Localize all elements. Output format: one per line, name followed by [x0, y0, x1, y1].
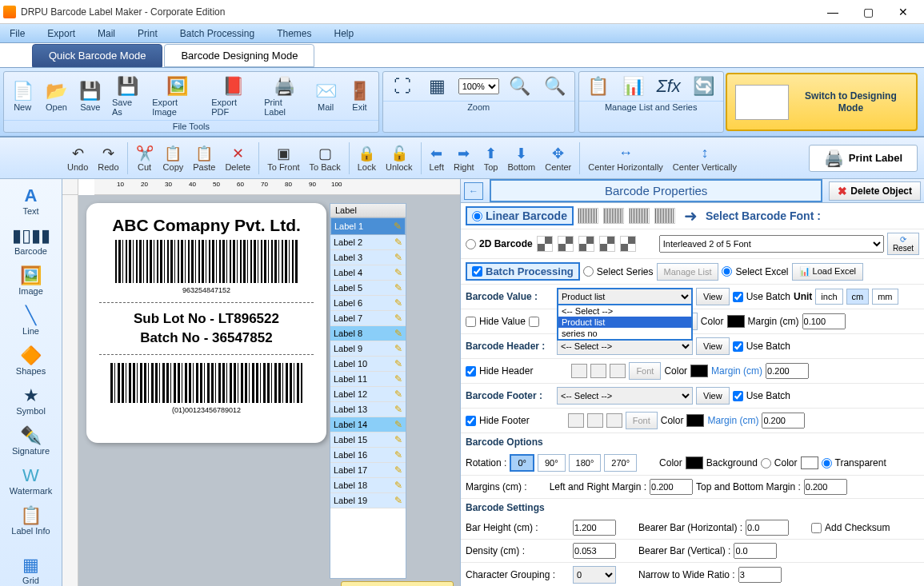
label-list-row[interactable]: Label 1✎	[330, 217, 406, 235]
fx-button[interactable]: Σfx	[651, 74, 686, 99]
unit-inch[interactable]: inch	[815, 289, 842, 305]
hide-value-check[interactable]: Hide Value	[466, 316, 526, 327]
dd-option-product[interactable]: Product list	[558, 317, 691, 328]
label-list-row[interactable]: Label 9✎	[330, 341, 406, 357]
sidebar-shapes[interactable]: 🔶Shapes	[6, 342, 57, 379]
label-list-row[interactable]: Label 10✎	[330, 357, 406, 372]
close-button[interactable]: ✕	[886, 1, 921, 23]
align-right-icon[interactable]	[610, 364, 626, 378]
label-list-row[interactable]: Label 18✎	[330, 478, 406, 493]
bearer-h-input[interactable]	[746, 520, 789, 536]
header-font-button[interactable]: Font	[629, 362, 661, 380]
bg-color-radio[interactable]: Color	[761, 457, 798, 468]
dd-option-series[interactable]: series no	[558, 328, 691, 339]
redo-button[interactable]: ↷Redo	[93, 143, 123, 173]
back-button[interactable]: ←	[464, 182, 483, 200]
load-excel-button[interactable]: 📊 Load Excel	[792, 263, 864, 281]
switch-mode-button[interactable]: Switch to Designing Mode	[726, 73, 918, 131]
label-list-row[interactable]: Label 17✎	[330, 463, 406, 478]
tb-margin-input[interactable]	[804, 479, 847, 495]
barcode-font-select[interactable]: Interleaved 2 of 5 Font	[659, 235, 884, 253]
undo-button[interactable]: ↶Undo	[62, 143, 93, 173]
sidebar-image[interactable]: 🖼️Image	[6, 262, 57, 299]
reset-button[interactable]: ⟳Reset	[887, 233, 919, 255]
sidebar-watermark[interactable]: WWatermark	[6, 462, 57, 499]
view-value-button[interactable]: View	[696, 288, 730, 305]
tab-designing-mode[interactable]: Barcode Designing Mode	[164, 44, 314, 67]
label-list-row[interactable]: Label 16✎	[330, 448, 406, 463]
align-center-icon[interactable]	[590, 364, 606, 378]
hide-value-check2[interactable]	[529, 317, 539, 327]
saveas-button[interactable]: 💾Save As	[107, 74, 147, 118]
select-series-radio[interactable]: Select Series	[583, 266, 654, 277]
sidebar-symbol[interactable]: ★Symbol	[6, 382, 57, 419]
align-left-button[interactable]: ⬅Left	[425, 143, 449, 173]
save-button[interactable]: 💾Save	[74, 78, 107, 114]
paste-button[interactable]: 📋Paste	[188, 143, 220, 173]
header-margin-input[interactable]	[766, 363, 809, 379]
tab-quick-barcode[interactable]: Quick Barcode Mode	[32, 44, 162, 67]
barcode-color-picker[interactable]	[686, 456, 703, 469]
print-label-button[interactable]: 🖨️Print Label	[259, 74, 309, 118]
view-header-button[interactable]: View	[696, 337, 730, 355]
bg-color-picker[interactable]	[801, 456, 818, 469]
lock-button[interactable]: 🔒Lock	[353, 143, 381, 173]
char-group-select[interactable]: 0	[573, 566, 616, 584]
maximize-button[interactable]: ▢	[850, 1, 886, 23]
label-list-row[interactable]: Label 11✎	[330, 372, 406, 387]
label-list-row[interactable]: Label 5✎	[330, 281, 406, 296]
exit-button[interactable]: 🚪Exit	[342, 78, 376, 114]
label-list-row[interactable]: Label 12✎	[330, 387, 406, 402]
nwr-input[interactable]	[738, 567, 782, 583]
dd-option-select[interactable]: <-- Select -->	[558, 305, 691, 317]
density-input[interactable]	[573, 543, 616, 559]
menu-file[interactable]: File	[3, 26, 31, 41]
manage-list-button[interactable]: Manage List	[657, 263, 719, 281]
align-center-button[interactable]: ✥Center	[540, 143, 576, 173]
zoom-out-button[interactable]: 🔍	[538, 74, 573, 99]
export-pdf-button[interactable]: 📕Export PDF	[206, 74, 259, 118]
label-list-row[interactable]: Label 3✎	[330, 250, 406, 265]
barcode-value-select[interactable]: Product list	[557, 288, 693, 305]
delete-button[interactable]: ✕Delete	[220, 143, 255, 173]
rot-180[interactable]: 180°	[569, 454, 602, 472]
sidebar-labelinfo[interactable]: 📋Label Info	[6, 502, 57, 539]
rot-270[interactable]: 270°	[604, 454, 637, 472]
center-v-button[interactable]: ↕Center Vertically	[668, 143, 742, 173]
to-back-button[interactable]: ▢To Back	[305, 143, 346, 173]
align-right-button[interactable]: ➡Right	[449, 143, 479, 173]
new-button[interactable]: 📄New	[6, 78, 39, 114]
zoom-fit-button[interactable]: ⛶	[385, 74, 420, 99]
print-label-big-button[interactable]: 🖨️Print Label	[809, 145, 918, 172]
label-list-row[interactable]: Label 7✎	[330, 311, 406, 326]
footer-margin-input[interactable]	[762, 413, 805, 429]
use-batch-value-check[interactable]: Use Batch	[733, 291, 790, 302]
cut-button[interactable]: ✂️Cut	[131, 143, 158, 173]
lr-margin-input[interactable]	[650, 479, 693, 495]
sidebar-signature[interactable]: ✒️Signature	[6, 422, 57, 459]
menu-print[interactable]: Print	[131, 26, 164, 41]
delete-object-button[interactable]: ✖Delete Object	[829, 181, 921, 201]
canvas[interactable]: ABC Comapny Pvt. Ltd. 963254847152 Sub L…	[78, 195, 460, 586]
copy-button[interactable]: 📋Copy	[158, 143, 189, 173]
bg-transparent-radio[interactable]: Transparent	[822, 457, 886, 468]
sidebar-line[interactable]: ╲Line	[6, 302, 57, 339]
unlock-button[interactable]: 🔓Unlock	[381, 143, 418, 173]
header-color-picker[interactable]	[690, 365, 708, 377]
rot-0[interactable]: 0°	[510, 454, 534, 472]
zoom-select[interactable]: 100%	[458, 78, 499, 94]
menu-mail[interactable]: Mail	[91, 26, 122, 41]
unit-mm[interactable]: mm	[872, 289, 898, 305]
use-batch-header-check[interactable]: Use Batch	[733, 341, 790, 352]
footer-font-button[interactable]: Font	[626, 412, 658, 429]
export-image-button[interactable]: 🖼️Export Image	[147, 74, 206, 118]
2d-barcode-radio[interactable]: 2D Barcode	[466, 238, 533, 249]
align-top-button[interactable]: ⬆Top	[479, 143, 503, 173]
bar-height-input[interactable]	[573, 520, 616, 536]
use-batch-footer-check[interactable]: Use Batch	[733, 390, 790, 401]
batch-processing-check[interactable]: Batch Processing	[466, 262, 580, 281]
unit-cm[interactable]: cm	[846, 289, 870, 305]
label-list-row[interactable]: Label 19✎	[330, 493, 406, 508]
sidebar-grid[interactable]: ▦Grid	[6, 552, 57, 586]
label-preview[interactable]: ABC Comapny Pvt. Ltd. 963254847152 Sub L…	[86, 203, 326, 443]
